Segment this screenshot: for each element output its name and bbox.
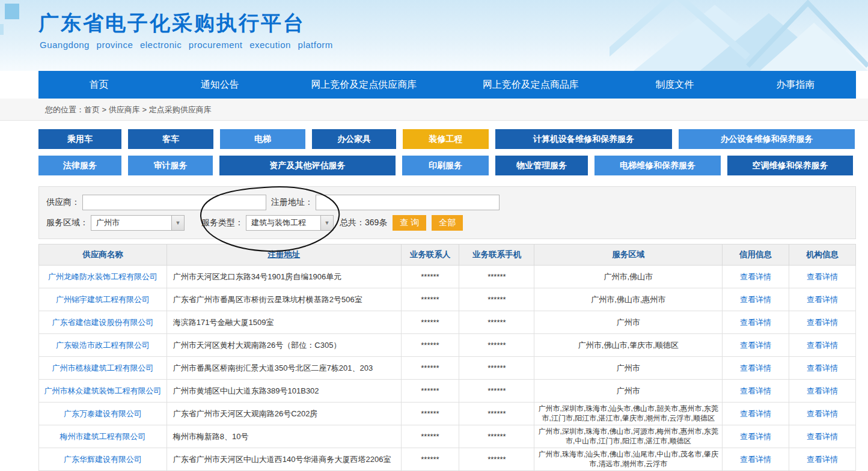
search-button[interactable]: 查 询 [393, 215, 426, 231]
supplier-name-cell: 梅州市建筑工程有限公司 [39, 425, 167, 448]
region-cell: 广州市,深圳市,珠海市,汕头市,佛山市,韶关市,惠州市,东莞市,江门市,阳江市,… [534, 403, 723, 425]
address-cell: 广东省广州市天河区大观南路26号C202房 [167, 403, 401, 425]
category-button-row2-4[interactable]: 印刷服务 [402, 156, 489, 175]
supplier-name-link[interactable]: 梅州市建筑工程有限公司 [60, 432, 145, 441]
supplier-name-link[interactable]: 广州市榄核建筑工程有限公司 [52, 363, 153, 372]
main-nav: 首页通知公告网上竞价及定点供应商库网上竞价及定点商品库制度文件办事指南 [38, 71, 856, 99]
category-button-row1-3[interactable]: 电梯 [220, 129, 305, 149]
org-detail-link[interactable]: 查看详情 [807, 341, 838, 350]
page-subtitle: Guangdong province electronic procuremen… [40, 40, 333, 50]
contact-cell: ****** [401, 448, 459, 471]
org-detail-link[interactable]: 查看详情 [807, 409, 838, 418]
org-detail-link[interactable]: 查看详情 [807, 455, 838, 464]
credit-info-cell: 查看详情 [723, 448, 789, 471]
org-info-cell: 查看详情 [789, 288, 856, 311]
region-select-arrow-button[interactable]: ▼ [171, 216, 184, 230]
table-row: 广州锦宇建筑工程有限公司广东省广州市番禺区市桥街云星珠坑村横基路2号506室**… [39, 288, 856, 311]
supplier-name-link[interactable]: 广东万泰建设有限公司 [64, 409, 142, 418]
nav-item-2[interactable]: 通知公告 [159, 71, 280, 99]
org-info-cell: 查看详情 [789, 266, 856, 288]
supplier-name-cell: 广东银浩市政工程有限公司 [39, 334, 167, 357]
credit-detail-link[interactable]: 查看详情 [740, 363, 771, 372]
supplier-name-link[interactable]: 广州锦宇建筑工程有限公司 [56, 295, 150, 304]
region-select-value: 广州市 [96, 217, 120, 228]
region-cell: 广州市 [534, 357, 723, 380]
credit-detail-link[interactable]: 查看详情 [740, 432, 771, 441]
column-header-3: 业务联系人 [401, 245, 459, 266]
supplier-name-link[interactable]: 广州市林众建筑装饰工程有限公司 [44, 386, 161, 395]
type-label: 服务类型： [201, 217, 243, 228]
supplier-name-cell: 广东华辉建设有限公司 [39, 448, 167, 471]
category-button-row1-2[interactable]: 客车 [128, 129, 213, 149]
category-button-row2-5[interactable]: 物业管理服务 [495, 156, 588, 175]
supplier-name-link[interactable]: 广东华辉建设有限公司 [64, 455, 142, 464]
org-detail-link[interactable]: 查看详情 [807, 363, 838, 372]
region-cell: 广州市 [534, 311, 723, 334]
supplier-name-link[interactable]: 广州龙峰防水装饰工程有限公司 [48, 272, 157, 281]
org-detail-link[interactable]: 查看详情 [807, 272, 838, 281]
address-cell: 广州市番禺区桥南街汇景大道350号北区二座7栋201、203 [167, 357, 401, 380]
phone-cell: ****** [459, 311, 534, 334]
supplier-name-cell: 广州市林众建筑装饰工程有限公司 [39, 380, 167, 403]
supplier-name-link[interactable]: 广东省建信建设股份有限公司 [52, 318, 153, 327]
credit-detail-link[interactable]: 查看详情 [740, 341, 771, 350]
credit-info-cell: 查看详情 [723, 311, 789, 334]
header-edge-decoration [0, 24, 4, 35]
contact-cell: ****** [401, 266, 459, 288]
supplier-name-link[interactable]: 广东银浩市政工程有限公司 [56, 341, 150, 350]
category-button-row1-1[interactable]: 乘用车 [38, 129, 121, 149]
type-select-arrow-button[interactable]: ▼ [320, 216, 333, 230]
chevron-down-icon: ▼ [325, 220, 330, 226]
category-button-row1-7[interactable]: 办公设备维修和保养服务 [679, 129, 855, 149]
credit-detail-link[interactable]: 查看详情 [740, 386, 771, 395]
category-button-row2-6[interactable]: 电梯维修和保养服务 [594, 156, 721, 175]
supplier-input[interactable] [82, 195, 266, 210]
region-cell: 广州市,佛山市,肇庆市,顺德区 [534, 334, 723, 357]
contact-cell: ****** [401, 334, 459, 357]
phone-cell: ****** [459, 266, 534, 288]
table-row: 广东省建信建设股份有限公司海滨路171号金融大厦1509室***********… [39, 311, 856, 334]
credit-detail-link[interactable]: 查看详情 [740, 272, 771, 281]
address-input[interactable] [316, 195, 500, 210]
nav-item-3[interactable]: 网上竞价及定点供应商库 [280, 71, 447, 99]
credit-detail-link[interactable]: 查看详情 [740, 318, 771, 327]
org-detail-link[interactable]: 查看详情 [807, 318, 838, 327]
address-cell: 梅州市梅新路8、10号 [167, 425, 401, 448]
nav-item-1[interactable]: 首页 [38, 71, 159, 99]
org-detail-link[interactable]: 查看详情 [807, 432, 838, 441]
page: 广东省电子化采购执行平台 Guangdong province electron… [0, 0, 868, 471]
category-button-row2-3[interactable]: 资产及其他评估服务 [219, 156, 396, 175]
chevron-down-icon: ▼ [176, 220, 181, 226]
filter-row-selects: 服务区域： 广州市 ▼ 服务类型： 建筑与装饰工程 ▼ 总共：369条 查 询 … [46, 214, 855, 231]
page-title: 广东省电子化采购执行平台 [38, 10, 305, 37]
all-button[interactable]: 全部 [432, 215, 463, 231]
total-count: 总共：369条 [340, 217, 387, 228]
header-decoration [610, 0, 868, 71]
region-select[interactable]: 广州市 ▼ [91, 215, 185, 231]
type-select[interactable]: 建筑与装饰工程 ▼ [246, 215, 334, 231]
nav-item-4[interactable]: 网上竞价及定点商品库 [447, 71, 614, 99]
org-detail-link[interactable]: 查看详情 [807, 295, 838, 304]
org-info-cell: 查看详情 [789, 311, 856, 334]
org-detail-link[interactable]: 查看详情 [807, 386, 838, 395]
credit-detail-link[interactable]: 查看详情 [740, 295, 771, 304]
nav-item-6[interactable]: 办事指南 [735, 71, 856, 99]
phone-cell: ****** [459, 334, 534, 357]
category-button-row1-5[interactable]: 装修工程 [403, 129, 489, 149]
address-cell: 广州市天河区龙口东路34号1901房自编1906单元 [167, 266, 401, 288]
credit-info-cell: 查看详情 [723, 380, 789, 403]
org-info-cell: 查看详情 [789, 448, 856, 471]
category-button-row2-2[interactable]: 审计服务 [128, 156, 213, 175]
category-button-row1-6[interactable]: 计算机设备维修和保养服务 [495, 129, 672, 149]
table-row: 广东银浩市政工程有限公司广州市天河区黄村大观南路26号（部位：C305）****… [39, 334, 856, 357]
table-row: 广州龙峰防水装饰工程有限公司广州市天河区龙口东路34号1901房自编1906单元… [39, 266, 856, 288]
credit-detail-link[interactable]: 查看详情 [740, 455, 771, 464]
category-button-row2-7[interactable]: 空调维修和保养服务 [727, 156, 853, 175]
nav-item-5[interactable]: 制度文件 [614, 71, 735, 99]
category-button-row2-1[interactable]: 法律服务 [38, 156, 121, 175]
category-button-row1-4[interactable]: 办公家具 [312, 129, 396, 149]
filter-row-text: 供应商： 注册地址： [46, 194, 855, 211]
contact-cell: ****** [401, 288, 459, 311]
credit-detail-link[interactable]: 查看详情 [740, 409, 771, 418]
column-header-2[interactable]: 注册地址 [167, 245, 401, 266]
